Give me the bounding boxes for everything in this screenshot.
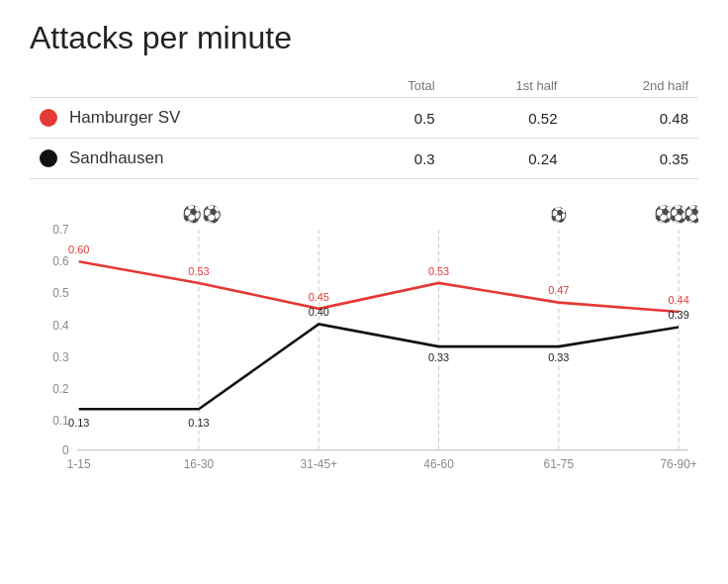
- page-title: Attacks per minute: [30, 20, 698, 56]
- svg-text:0.44: 0.44: [668, 293, 688, 305]
- svg-text:0.13: 0.13: [68, 417, 89, 429]
- sandhausen-total: 0.3: [351, 139, 445, 179]
- svg-text:0.13: 0.13: [188, 417, 209, 429]
- sandhausen-name: Sandhausen: [69, 148, 163, 168]
- svg-text:0.33: 0.33: [548, 350, 569, 362]
- svg-text:0.3: 0.3: [52, 349, 69, 363]
- svg-text:⚽: ⚽: [550, 205, 568, 223]
- hamburger-sv-dot: [40, 109, 57, 127]
- svg-text:0.53: 0.53: [428, 264, 449, 276]
- stats-table: Total 1st half 2nd half Hamburger SV 0.5…: [30, 74, 698, 179]
- svg-text:⚽: ⚽: [202, 203, 223, 224]
- hamburger-sv-second-half: 0.48: [567, 98, 698, 139]
- svg-text:0.7: 0.7: [52, 223, 69, 237]
- sandhausen-first-half: 0.24: [445, 139, 568, 179]
- svg-text:⚽: ⚽: [683, 203, 698, 224]
- svg-text:1-15: 1-15: [67, 457, 91, 471]
- svg-text:16-30: 16-30: [184, 457, 215, 471]
- svg-text:0: 0: [62, 443, 69, 457]
- table-row: Hamburger SV 0.5 0.52 0.48: [30, 98, 698, 139]
- hamburger-sv-first-half: 0.52: [445, 98, 568, 139]
- svg-text:0.6: 0.6: [52, 254, 69, 268]
- svg-text:0.4: 0.4: [52, 318, 69, 332]
- svg-text:76-90+: 76-90+: [660, 457, 696, 471]
- svg-text:0.39: 0.39: [668, 309, 688, 321]
- svg-text:0.1: 0.1: [52, 414, 69, 428]
- svg-text:0.33: 0.33: [428, 350, 449, 362]
- svg-text:⚽: ⚽: [182, 203, 203, 224]
- col-second-half: 2nd half: [567, 74, 698, 98]
- table-row: Sandhausen 0.3 0.24 0.35: [30, 139, 698, 179]
- svg-text:61-75: 61-75: [544, 457, 575, 471]
- svg-text:0.60: 0.60: [68, 243, 89, 255]
- svg-text:0.53: 0.53: [188, 264, 209, 276]
- col-total: Total: [351, 74, 445, 98]
- svg-text:0.2: 0.2: [52, 382, 69, 396]
- svg-text:0.40: 0.40: [309, 306, 329, 318]
- svg-text:46-60: 46-60: [423, 457, 454, 471]
- sandhausen-dot: [40, 149, 57, 167]
- svg-text:31-45+: 31-45+: [301, 457, 337, 471]
- chart-area: 0.7 0.6 0.5 0.4 0.3 0.2 0.1 0 0.60 0.53 …: [30, 199, 698, 486]
- svg-text:0.45: 0.45: [309, 290, 329, 302]
- hamburger-sv-name: Hamburger SV: [69, 108, 180, 128]
- line-chart: 0.7 0.6 0.5 0.4 0.3 0.2 0.1 0 0.60 0.53 …: [30, 199, 698, 486]
- svg-text:0.47: 0.47: [548, 284, 569, 296]
- hamburger-sv-total: 0.5: [351, 98, 445, 139]
- svg-text:0.5: 0.5: [52, 286, 69, 300]
- sandhausen-second-half: 0.35: [567, 139, 698, 179]
- col-first-half: 1st half: [445, 74, 568, 98]
